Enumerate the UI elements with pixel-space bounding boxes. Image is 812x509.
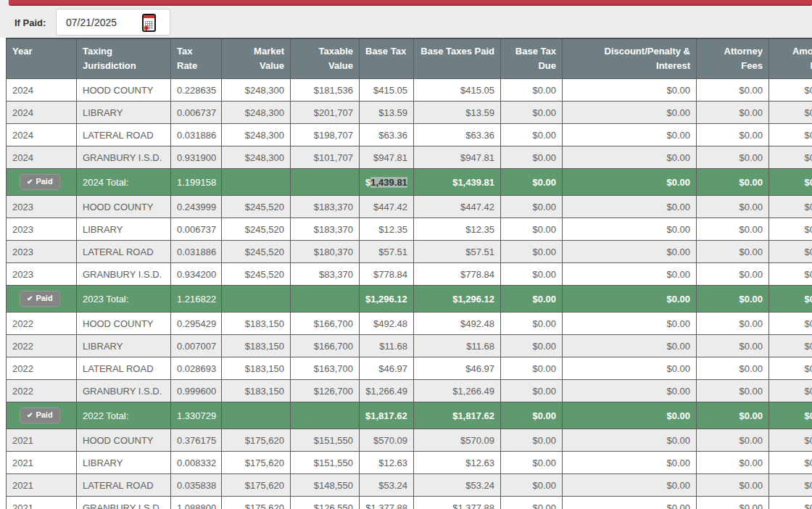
table-header: YearTaxing JurisdictionTax RateMarket Va… xyxy=(7,38,812,79)
cell-base_tax_due: $0.00 xyxy=(501,452,563,474)
table-row: 2022LATERAL ROAD0.028693$183,150$163,700… xyxy=(7,357,812,380)
col-header-market_value: Market Value xyxy=(222,38,291,79)
cell-base_tax: $778.84 xyxy=(360,263,414,286)
tax-history-table: YearTaxing JurisdictionTax RateMarket Va… xyxy=(6,38,812,509)
cell-discount_penalty_interest: $0.00 xyxy=(563,474,697,497)
cell-jurisdiction: 2022 Total: xyxy=(77,402,171,429)
cell-year: 2023 xyxy=(7,218,77,241)
cell-taxable_value: $183,370 xyxy=(291,196,360,218)
cell-amount_due: $0.00 xyxy=(769,124,812,146)
calendar-icon[interactable]: ✱ xyxy=(142,14,156,32)
cell-base_tax: $1,296.12 xyxy=(360,286,414,313)
cell-amount_due: $0.00 xyxy=(769,286,812,313)
paid-badge: ✔Paid xyxy=(20,407,60,423)
cell-base_tax: $12.63 xyxy=(360,452,414,474)
cell-year: 2021 xyxy=(7,429,77,452)
table-row: 2022HOOD COUNTY0.295429$183,150$166,700$… xyxy=(7,313,812,335)
cell-attorney_fees: $0.00 xyxy=(697,402,769,429)
col-header-base_tax_due: Base Tax Due xyxy=(501,38,563,79)
cell-market_value: $245,520 xyxy=(222,241,291,263)
col-header-attorney_fees: Attorney Fees xyxy=(697,38,769,79)
cell-taxable_value: $83,370 xyxy=(291,263,360,286)
cell-attorney_fees: $0.00 xyxy=(697,335,769,357)
cell-tax_rate: 0.376175 xyxy=(171,429,222,452)
toolbar: If Paid: ✱ xyxy=(0,0,812,38)
cell-base_tax: $13.59 xyxy=(360,102,414,124)
cell-market_value: $248,300 xyxy=(222,102,291,124)
cell-discount_penalty_interest: $0.00 xyxy=(563,79,697,102)
cell-attorney_fees: $0.00 xyxy=(697,452,769,474)
cell-taxable_value: $181,536 xyxy=(291,79,360,102)
cell-jurisdiction: LIBRARY xyxy=(77,218,171,241)
col-header-base_taxes_paid: Base Taxes Paid xyxy=(414,38,501,79)
col-header-amount_due: Amount Due xyxy=(769,38,812,79)
cell-discount_penalty_interest: $0.00 xyxy=(563,429,697,452)
cell-market_value xyxy=(222,286,291,313)
cell-base_taxes_paid: $415.05 xyxy=(414,79,501,102)
cell-jurisdiction: HOOD COUNTY xyxy=(77,313,171,335)
cell-discount_penalty_interest: $0.00 xyxy=(563,169,697,196)
table-row: 2024HOOD COUNTY0.228635$248,300$181,536$… xyxy=(7,79,812,102)
cell-base_tax: $1,817.62 xyxy=(360,402,414,429)
table-row: 2023LIBRARY0.006737$245,520$183,370$12.3… xyxy=(7,218,812,241)
cell-year: 2022 xyxy=(7,335,77,357)
cell-jurisdiction: GRANBURY I.S.D. xyxy=(77,497,171,509)
cell-year: 2023 xyxy=(7,241,77,263)
table-row: 2021GRANBURY I.S.D.1.088800$175,620$126,… xyxy=(7,497,812,509)
cell-base_tax_due: $0.00 xyxy=(501,124,563,146)
table-row: 2021LIBRARY0.008332$175,620$151,550$12.6… xyxy=(7,452,812,474)
cell-base_taxes_paid: $947.81 xyxy=(414,146,501,169)
cell-taxable_value: $151,550 xyxy=(291,452,360,474)
cell-base_tax: $492.48 xyxy=(360,313,414,335)
check-icon: ✔ xyxy=(27,294,33,302)
cell-amount_due: $0.00 xyxy=(769,169,812,196)
cell-base_tax_due: $0.00 xyxy=(501,380,563,402)
cell-base_tax: $447.42 xyxy=(360,196,414,218)
table-body: 2024HOOD COUNTY0.228635$248,300$181,536$… xyxy=(7,79,812,509)
cell-discount_penalty_interest: $0.00 xyxy=(563,380,697,402)
cell-market_value: $248,300 xyxy=(222,79,291,102)
cell-base_tax: $11.68 xyxy=(360,335,414,357)
alert-bar-bottom-edge xyxy=(9,0,812,6)
cell-taxable_value: $163,700 xyxy=(291,357,360,380)
cell-attorney_fees: $0.00 xyxy=(697,146,769,169)
cell-year: ✔Paid xyxy=(7,402,77,429)
cell-base_tax: $1,439.81 xyxy=(360,169,414,196)
cell-base_taxes_paid: $53.24 xyxy=(414,474,501,497)
cell-base_tax: $1,377.88 xyxy=(360,497,414,509)
cell-taxable_value xyxy=(291,286,360,313)
cell-base_taxes_paid: $1,266.49 xyxy=(414,380,501,402)
cell-base_tax: $570.09 xyxy=(360,429,414,452)
cell-amount_due: $0.00 xyxy=(769,380,812,402)
cell-taxable_value: $183,370 xyxy=(291,218,360,241)
cell-taxable_value: $201,707 xyxy=(291,102,360,124)
cell-base_tax_due: $0.00 xyxy=(501,313,563,335)
cell-discount_penalty_interest: $0.00 xyxy=(563,263,697,286)
cell-base_tax: $415.05 xyxy=(360,79,414,102)
cell-amount_due: $0.00 xyxy=(769,146,812,169)
col-header-base_tax: Base Tax xyxy=(360,38,414,79)
cell-discount_penalty_interest: $0.00 xyxy=(563,357,697,380)
table-row: 2024LIBRARY0.006737$248,300$201,707$13.5… xyxy=(7,102,812,124)
col-header-year: Year xyxy=(7,38,77,79)
cell-taxable_value: $126,550 xyxy=(291,497,360,509)
cell-discount_penalty_interest: $0.00 xyxy=(563,335,697,357)
cell-base_tax_due: $0.00 xyxy=(501,497,563,509)
cell-tax_rate: 0.934200 xyxy=(171,263,222,286)
cell-base_tax_due: $0.00 xyxy=(501,241,563,263)
cell-amount_due: $0.00 xyxy=(769,313,812,335)
cell-year: 2024 xyxy=(7,124,77,146)
cell-tax_rate: 0.295429 xyxy=(171,313,222,335)
cell-attorney_fees: $0.00 xyxy=(697,241,769,263)
cell-market_value: $183,150 xyxy=(222,313,291,335)
cell-base_taxes_paid: $1,439.81 xyxy=(414,169,501,196)
cell-market_value: $175,620 xyxy=(222,452,291,474)
cell-market_value: $183,150 xyxy=(222,357,291,380)
paid-badge: ✔Paid xyxy=(20,291,60,307)
cell-base_tax: $63.36 xyxy=(360,124,414,146)
cell-amount_due: $0.00 xyxy=(769,357,812,380)
cell-amount_due: $0.00 xyxy=(769,429,812,452)
table-row: 2023LATERAL ROAD0.031886$245,520$180,370… xyxy=(7,241,812,263)
col-header-tax_rate: Tax Rate xyxy=(171,38,222,79)
table-row: 2023GRANBURY I.S.D.0.934200$245,520$83,3… xyxy=(7,263,812,286)
